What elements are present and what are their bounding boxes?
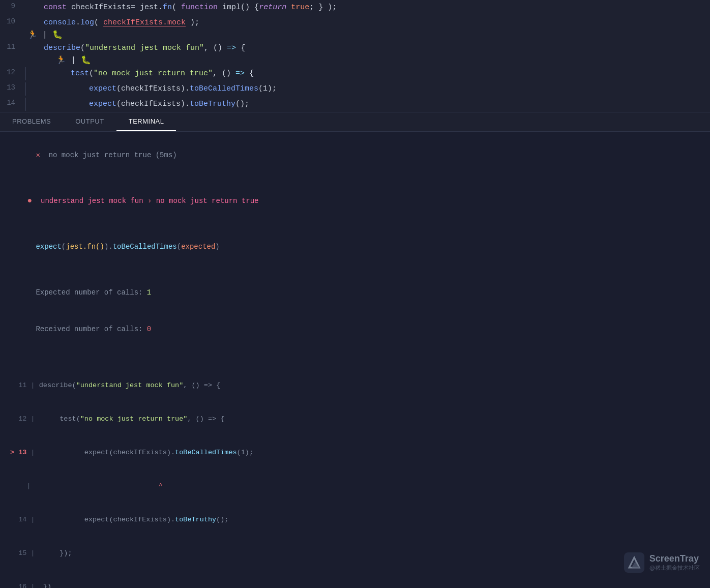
watermark-brand: ScreenTray bbox=[649, 553, 700, 564]
line-number-10: 10 bbox=[0, 16, 25, 25]
code-line-14: 14 expect(checkIfExists).toBeTruthy(); bbox=[0, 97, 710, 112]
line-number-12: 12 bbox=[0, 67, 25, 76]
code-line-11-outer: 11 describe("understand jest mock fun", … bbox=[0, 41, 710, 112]
code-editor: 9 const checkIfExists= jest.fn( function… bbox=[0, 0, 710, 112]
snippet-line-caret: | ^ bbox=[10, 481, 700, 492]
watermark-sub: @稀土掘金技术社区 bbox=[649, 564, 700, 572]
tab-terminal[interactable]: TERMINAL bbox=[116, 112, 176, 131]
emoji-line-11: 🏃 | 🐛 bbox=[25, 55, 245, 65]
terminal-fail-test: ✕ no mock just return true (5ms) bbox=[0, 137, 710, 173]
terminal-error-sig: expect(jest.fn()).toBeCalledTimes(expect… bbox=[0, 228, 710, 265]
snippet-line-15: 15 | }); bbox=[10, 548, 700, 559]
line-number-11: 11 bbox=[0, 42, 25, 51]
line-number-14: 14 bbox=[0, 98, 25, 107]
code-content-10: console.log( checkIfExists.mock ); bbox=[25, 16, 199, 30]
code-line-9: 9 const checkIfExists= jest.fn( function… bbox=[0, 0, 710, 15]
line-number-13: 13 bbox=[0, 82, 25, 92]
terminal-expected: Expected number of calls: 1 bbox=[0, 274, 710, 311]
snippet-line-11: 11 | describe("understand jest mock fun"… bbox=[10, 380, 700, 391]
snippet-line-12: 12 | test("no mock just return true", ()… bbox=[10, 414, 700, 425]
svg-rect-0 bbox=[624, 552, 644, 573]
tab-output[interactable]: OUTPUT bbox=[63, 112, 116, 131]
terminal-panel: ✕ no mock just return true (5ms) ● under… bbox=[0, 132, 710, 588]
code-line-10: 10 console.log( checkIfExists.mock ); 🏃 … bbox=[0, 15, 710, 41]
code-line-11: 11 describe("understand jest mock fun", … bbox=[0, 41, 710, 66]
watermark: ScreenTray @稀土掘金技术社区 bbox=[624, 552, 700, 573]
code-content-9: const checkIfExists= jest.fn( function i… bbox=[25, 1, 710, 14]
code-content-12: test("no mock just return true", () => { bbox=[25, 67, 710, 80]
code-content-11: describe("understand jest mock fun", () … bbox=[25, 42, 245, 55]
terminal-received: Received number of calls: 0 bbox=[0, 311, 710, 347]
snippet-line-14: 14 | expect(checkIfExists).toBeTruthy(); bbox=[10, 514, 700, 525]
emoji-line-10: 🏃 | 🐛 bbox=[25, 30, 199, 40]
code-line-13: 13 expect(checkIfExists).toBeCalledTimes… bbox=[0, 81, 710, 97]
screentray-logo bbox=[624, 552, 644, 573]
tab-bar: PROBLEMS OUTPUT TERMINAL bbox=[0, 112, 710, 132]
tab-problems[interactable]: PROBLEMS bbox=[0, 112, 63, 131]
snippet-line-16: 16 | }) bbox=[10, 581, 700, 588]
terminal-suite-fail: ● understand jest mock fun › no mock jus… bbox=[0, 183, 710, 219]
snippet-line-13: > 13 | expect(checkIfExists).toBeCalledT… bbox=[10, 447, 700, 458]
code-content-14: expect(checkIfExists).toBeTruthy(); bbox=[25, 98, 710, 111]
line-number-9: 9 bbox=[0, 1, 25, 10]
code-content-13: expect(checkIfExists).toBeCalledTimes(1)… bbox=[25, 82, 710, 96]
code-line-12: 12 test("no mock just return true", () =… bbox=[0, 66, 710, 81]
terminal-code-snippet: 11 | describe("understand jest mock fun"… bbox=[0, 357, 710, 588]
